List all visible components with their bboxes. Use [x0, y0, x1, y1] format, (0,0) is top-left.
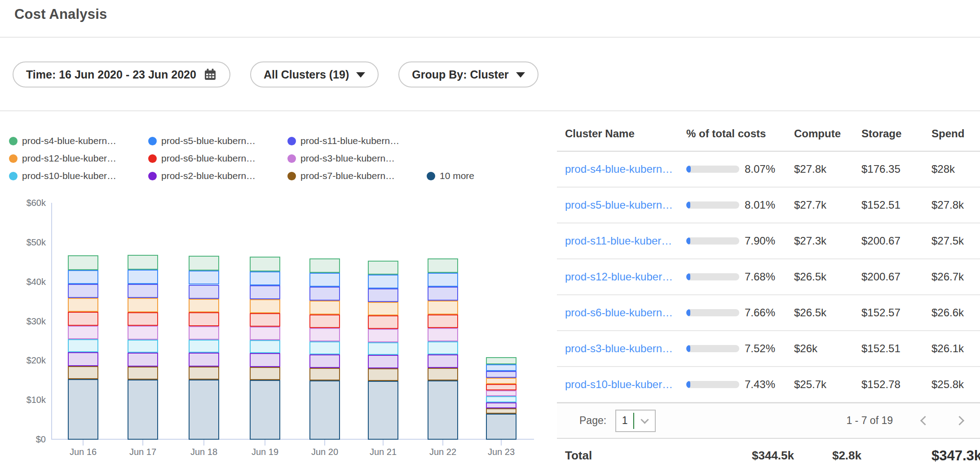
bar-segment[interactable] [309, 368, 340, 381]
bar-segment[interactable] [68, 284, 98, 298]
bar-segment[interactable] [486, 378, 516, 384]
bar-segment[interactable] [486, 357, 516, 365]
legend-item[interactable]: prod-s12-blue-kuber… [9, 153, 116, 164]
bar-segment[interactable] [309, 273, 340, 287]
bar-segment[interactable] [368, 381, 398, 440]
cluster-name-link[interactable]: prod-s10-blue-kuber… [565, 378, 673, 390]
bar-segment[interactable] [128, 367, 158, 380]
bar-segment[interactable] [189, 353, 219, 366]
cluster-name-link[interactable]: prod-s11-blue-kuber… [565, 235, 672, 247]
bar-segment[interactable] [428, 273, 458, 287]
legend-item[interactable]: prod-s7-blue-kubern… [287, 170, 395, 181]
bar-segment[interactable] [250, 313, 280, 327]
bar-segment[interactable] [368, 315, 398, 329]
bar-segment[interactable] [309, 354, 340, 368]
time-range-filter[interactable]: Time: 16 Jun 2020 - 23 Jun 2020 [13, 61, 230, 87]
bar-segment[interactable] [68, 379, 98, 440]
bar-segment[interactable] [368, 355, 398, 368]
bar-segment[interactable] [128, 270, 158, 284]
bar-segment[interactable] [68, 270, 98, 284]
cluster-name-link[interactable]: prod-s12-blue-kuber… [565, 271, 673, 283]
bar-segment[interactable] [189, 367, 219, 380]
bar-segment[interactable] [428, 341, 458, 354]
bar-segment[interactable] [250, 271, 280, 286]
bar-segment[interactable] [68, 312, 98, 326]
bar-segment[interactable] [128, 284, 158, 298]
cluster-name-link[interactable]: prod-s4-blue-kubern… [565, 163, 673, 175]
cluster-name-link[interactable]: prod-s6-blue-kubern… [565, 306, 673, 319]
bar-segment[interactable] [368, 368, 398, 381]
bar-segment[interactable] [68, 298, 98, 312]
bar-segment[interactable] [428, 258, 458, 273]
bar-segment[interactable] [189, 380, 219, 440]
bar-segment[interactable] [428, 380, 458, 440]
bar-segment[interactable] [486, 396, 516, 402]
bar-segment[interactable] [486, 408, 516, 414]
bar-segment[interactable] [189, 256, 219, 270]
bar-segment[interactable] [309, 258, 340, 273]
bar-segment[interactable] [309, 301, 340, 315]
bar-segment[interactable] [68, 352, 98, 366]
bar-segment[interactable] [486, 414, 516, 440]
bar-segment[interactable] [250, 327, 280, 340]
bar-segment[interactable] [189, 326, 219, 340]
legend-item[interactable]: prod-s6-blue-kubern… [148, 153, 256, 164]
bar-segment[interactable] [428, 354, 458, 368]
bar-segment[interactable] [128, 326, 158, 339]
legend-item[interactable]: prod-s2-blue-kubern… [148, 170, 256, 181]
bar-segment[interactable] [428, 287, 458, 301]
next-page-icon[interactable] [955, 416, 964, 425]
bar-segment[interactable] [428, 301, 458, 315]
bar-segment[interactable] [189, 285, 219, 299]
bar-segment[interactable] [309, 341, 340, 354]
bar-segment[interactable] [368, 302, 398, 315]
bar-segment[interactable] [250, 285, 280, 299]
group-by-dropdown[interactable]: Group By: Cluster [398, 61, 538, 87]
clusters-filter-dropdown[interactable]: All Clusters (19) [250, 61, 379, 87]
bar-segment[interactable] [189, 271, 219, 285]
cluster-name-link[interactable]: prod-s3-blue-kubern… [565, 342, 673, 354]
bar-segment[interactable] [250, 380, 280, 440]
bar-segment[interactable] [68, 339, 98, 352]
bar-segment[interactable] [250, 367, 280, 380]
bar-segment[interactable] [368, 288, 398, 302]
bar-segment[interactable] [68, 366, 98, 379]
bar-segment[interactable] [128, 340, 158, 353]
bar-segment[interactable] [189, 299, 219, 313]
bar-segment[interactable] [128, 298, 158, 312]
previous-page-icon[interactable] [920, 416, 930, 425]
bar-segment[interactable] [128, 312, 158, 326]
bar-segment[interactable] [368, 329, 398, 342]
page-select[interactable]: 1 [615, 410, 656, 432]
bar-segment[interactable] [68, 326, 98, 339]
bar-segment[interactable] [128, 353, 158, 367]
legend-item[interactable]: prod-s5-blue-kubern… [148, 135, 256, 146]
bar-segment[interactable] [128, 380, 158, 440]
bar-segment[interactable] [486, 384, 516, 390]
bar-segment[interactable] [128, 255, 158, 270]
legend-item[interactable]: 10 more [427, 170, 474, 181]
bar-segment[interactable] [189, 312, 219, 326]
bar-segment[interactable] [309, 315, 340, 328]
legend-item[interactable]: prod-s11-blue-kubern… [287, 135, 399, 146]
bar-segment[interactable] [486, 390, 516, 397]
bar-segment[interactable] [309, 328, 340, 341]
bar-segment[interactable] [189, 340, 219, 353]
bar-segment[interactable] [250, 353, 280, 367]
bar-segment[interactable] [486, 364, 516, 371]
bar-segment[interactable] [68, 255, 98, 270]
legend-item[interactable]: prod-s3-blue-kubern… [287, 153, 395, 164]
bar-segment[interactable] [428, 368, 458, 381]
bar-segment[interactable] [368, 275, 398, 288]
bar-segment[interactable] [309, 380, 340, 440]
bar-segment[interactable] [486, 371, 516, 377]
bar-segment[interactable] [368, 261, 398, 275]
bar-segment[interactable] [309, 287, 340, 301]
bar-segment[interactable] [250, 340, 280, 353]
legend-item[interactable]: prod-s4-blue-kubern… [9, 135, 116, 146]
bar-segment[interactable] [486, 402, 516, 408]
bar-segment[interactable] [250, 299, 280, 313]
bar-segment[interactable] [250, 257, 280, 271]
cluster-name-link[interactable]: prod-s5-blue-kubern… [565, 199, 673, 211]
bar-segment[interactable] [428, 328, 458, 341]
